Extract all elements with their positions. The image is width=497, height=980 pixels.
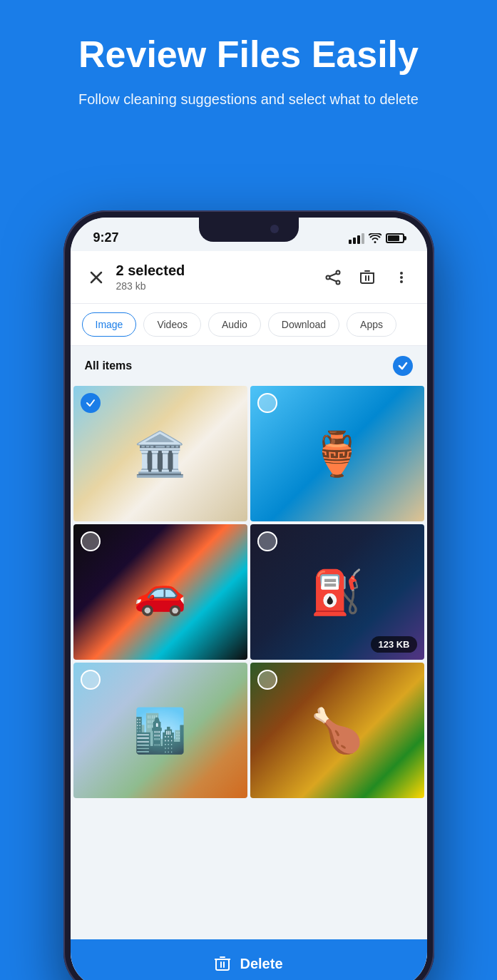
all-items-label: All items — [85, 359, 133, 372]
close-button[interactable] — [85, 266, 108, 289]
svg-point-2 — [336, 270, 339, 274]
tab-image[interactable]: Image — [82, 312, 137, 337]
battery-icon — [386, 233, 404, 243]
svg-point-14 — [400, 280, 403, 283]
checkbox-4[interactable] — [257, 531, 277, 551]
svg-rect-7 — [361, 273, 374, 283]
all-items-header: All items — [71, 346, 427, 386]
selection-info: 2 selected 283 kb — [116, 262, 185, 292]
checkbox-1[interactable] — [81, 393, 101, 413]
file-size-badge-4: 123 KB — [371, 636, 416, 653]
grid-item-1[interactable] — [73, 386, 247, 521]
front-camera — [270, 225, 279, 233]
delete-icon-button[interactable] — [356, 266, 379, 289]
grid-item-4[interactable]: 123 KB — [250, 524, 424, 660]
phone-notch — [199, 218, 299, 242]
selection-left: 2 selected 283 kb — [85, 262, 185, 292]
checkbox-3[interactable] — [81, 531, 101, 551]
phone-outer: 9:27 — [63, 210, 434, 980]
checkbox-2[interactable] — [257, 393, 277, 413]
tab-apps[interactable]: Apps — [347, 312, 396, 337]
selected-size: 283 kb — [116, 280, 185, 292]
checkbox-6[interactable] — [257, 670, 277, 690]
wifi-icon — [369, 233, 381, 243]
svg-point-12 — [400, 272, 403, 275]
app-content: 2 selected 283 kb — [71, 251, 427, 980]
svg-line-6 — [329, 278, 337, 281]
status-time: 9:27 — [93, 230, 119, 245]
svg-point-4 — [326, 275, 329, 279]
status-icons — [349, 233, 404, 244]
tab-audio[interactable]: Audio — [208, 312, 261, 337]
svg-line-5 — [329, 273, 337, 276]
svg-point-3 — [336, 280, 339, 284]
phone-screen: 9:27 — [71, 218, 427, 980]
checkbox-5[interactable] — [81, 670, 101, 690]
image-grid: 123 KB — [71, 386, 427, 798]
delete-label: Delete — [240, 956, 282, 972]
grid-item-5[interactable] — [73, 663, 247, 798]
signal-icon — [349, 233, 364, 244]
selection-header: 2 selected 283 kb — [71, 251, 427, 304]
more-options-button[interactable] — [390, 266, 413, 289]
phone-mockup: 9:27 — [63, 210, 434, 980]
svg-rect-15 — [216, 959, 229, 970]
hero-section: Review Files Easily Follow cleaning sugg… — [0, 0, 497, 126]
svg-point-13 — [400, 276, 403, 279]
delete-button[interactable]: Delete — [71, 939, 427, 980]
select-all-button[interactable] — [393, 356, 413, 376]
selection-actions — [322, 266, 413, 289]
hero-subtitle: Follow cleaning suggestions and select w… — [23, 89, 474, 109]
filter-tabs: Image Videos Audio Download Apps — [71, 304, 427, 346]
hero-title: Review Files Easily — [23, 34, 474, 75]
tab-download[interactable]: Download — [268, 312, 339, 337]
grid-item-6[interactable] — [250, 663, 424, 798]
selected-count: 2 selected — [116, 262, 185, 279]
grid-item-2[interactable] — [250, 386, 424, 521]
share-button[interactable] — [322, 266, 344, 289]
grid-item-3[interactable] — [73, 524, 247, 660]
tab-videos[interactable]: Videos — [143, 312, 201, 337]
trash-icon — [214, 955, 231, 972]
